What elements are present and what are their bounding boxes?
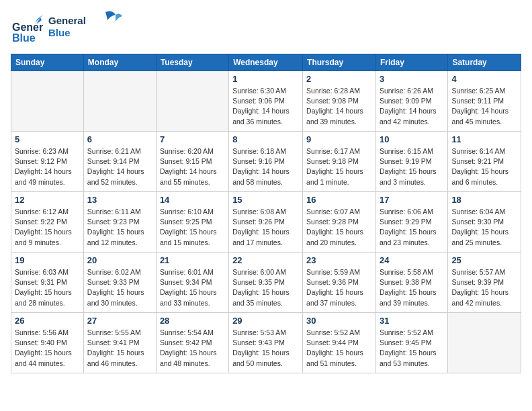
day-number: 22 <box>232 255 299 265</box>
weekday-header-sunday: Sunday <box>11 54 84 71</box>
calendar-cell: 30Sunrise: 5:52 AM Sunset: 9:44 PM Dayli… <box>303 313 376 373</box>
calendar-cell: 3Sunrise: 6:26 AM Sunset: 9:09 PM Daylig… <box>375 71 447 132</box>
calendar-cell: 25Sunrise: 5:57 AM Sunset: 9:39 PM Dayli… <box>448 253 521 313</box>
calendar-cell: 26Sunrise: 5:56 AM Sunset: 9:40 PM Dayli… <box>11 313 84 373</box>
day-number: 1 <box>232 74 299 84</box>
day-number: 3 <box>380 74 444 84</box>
day-info: Sunrise: 5:56 AM Sunset: 9:40 PM Dayligh… <box>15 328 80 369</box>
day-info: Sunrise: 6:01 AM Sunset: 9:34 PM Dayligh… <box>160 267 225 308</box>
day-number: 25 <box>451 255 517 265</box>
day-number: 10 <box>380 134 444 144</box>
day-info: Sunrise: 6:02 AM Sunset: 9:33 PM Dayligh… <box>87 267 152 308</box>
day-number: 29 <box>232 316 299 326</box>
day-info: Sunrise: 6:30 AM Sunset: 9:06 PM Dayligh… <box>232 86 299 127</box>
day-number: 14 <box>160 195 225 205</box>
day-info: Sunrise: 5:52 AM Sunset: 9:44 PM Dayligh… <box>306 328 372 369</box>
calendar-cell: 21Sunrise: 6:01 AM Sunset: 9:34 PM Dayli… <box>156 253 228 313</box>
day-number: 6 <box>87 134 152 144</box>
day-number: 17 <box>380 195 444 205</box>
day-info: Sunrise: 6:15 AM Sunset: 9:19 PM Dayligh… <box>380 146 444 187</box>
day-info: Sunrise: 6:21 AM Sunset: 9:14 PM Dayligh… <box>87 146 152 187</box>
calendar-cell: 19Sunrise: 6:03 AM Sunset: 9:31 PM Dayli… <box>11 253 84 313</box>
day-number: 24 <box>380 255 444 265</box>
day-number: 20 <box>87 255 152 265</box>
logo: General Blue General Blue <box>11 11 129 46</box>
calendar-cell: 20Sunrise: 6:02 AM Sunset: 9:33 PM Dayli… <box>83 253 156 313</box>
day-number: 26 <box>15 316 80 326</box>
day-number: 11 <box>451 134 517 144</box>
day-number: 13 <box>87 195 152 205</box>
day-info: Sunrise: 6:25 AM Sunset: 9:11 PM Dayligh… <box>451 86 517 127</box>
svg-text:General: General <box>12 21 43 33</box>
calendar-week-0: 1Sunrise: 6:30 AM Sunset: 9:06 PM Daylig… <box>11 71 521 132</box>
calendar-cell: 22Sunrise: 6:00 AM Sunset: 9:35 PM Dayli… <box>229 253 303 313</box>
day-info: Sunrise: 5:58 AM Sunset: 9:38 PM Dayligh… <box>380 267 444 308</box>
calendar-cell: 18Sunrise: 6:04 AM Sunset: 9:30 PM Dayli… <box>448 192 521 253</box>
day-number: 19 <box>15 255 80 265</box>
weekday-header-row: SundayMondayTuesdayWednesdayThursdayFrid… <box>11 54 521 71</box>
calendar-week-1: 5Sunrise: 6:23 AM Sunset: 9:12 PM Daylig… <box>11 132 521 192</box>
day-info: Sunrise: 6:14 AM Sunset: 9:21 PM Dayligh… <box>451 146 517 187</box>
calendar-cell: 11Sunrise: 6:14 AM Sunset: 9:21 PM Dayli… <box>448 132 521 192</box>
calendar-cell: 12Sunrise: 6:12 AM Sunset: 9:22 PM Dayli… <box>11 192 84 253</box>
day-number: 23 <box>306 255 372 265</box>
calendar-cell: 13Sunrise: 6:11 AM Sunset: 9:23 PM Dayli… <box>83 192 156 253</box>
calendar-cell: 4Sunrise: 6:25 AM Sunset: 9:11 PM Daylig… <box>448 71 521 132</box>
day-info: Sunrise: 6:26 AM Sunset: 9:09 PM Dayligh… <box>380 86 444 127</box>
calendar-cell: 1Sunrise: 6:30 AM Sunset: 9:06 PM Daylig… <box>229 71 303 132</box>
calendar-cell: 31Sunrise: 5:52 AM Sunset: 9:45 PM Dayli… <box>375 313 447 373</box>
day-info: Sunrise: 6:28 AM Sunset: 9:08 PM Dayligh… <box>306 86 372 127</box>
weekday-header-thursday: Thursday <box>303 54 376 71</box>
day-info: Sunrise: 6:10 AM Sunset: 9:25 PM Dayligh… <box>160 207 225 248</box>
day-number: 4 <box>451 74 517 84</box>
calendar-cell <box>11 71 84 132</box>
day-info: Sunrise: 6:08 AM Sunset: 9:26 PM Dayligh… <box>232 207 299 248</box>
weekday-header-saturday: Saturday <box>448 54 521 71</box>
day-number: 31 <box>380 316 444 326</box>
day-info: Sunrise: 5:54 AM Sunset: 9:42 PM Dayligh… <box>160 328 225 369</box>
weekday-header-wednesday: Wednesday <box>229 54 303 71</box>
weekday-header-tuesday: Tuesday <box>156 54 228 71</box>
calendar-cell <box>83 71 156 132</box>
svg-text:Blue: Blue <box>48 27 71 38</box>
calendar-cell: 15Sunrise: 6:08 AM Sunset: 9:26 PM Dayli… <box>229 192 303 253</box>
weekday-header-monday: Monday <box>83 54 156 71</box>
calendar-cell: 14Sunrise: 6:10 AM Sunset: 9:25 PM Dayli… <box>156 192 228 253</box>
day-info: Sunrise: 5:55 AM Sunset: 9:41 PM Dayligh… <box>87 328 152 369</box>
calendar-cell: 16Sunrise: 6:07 AM Sunset: 9:28 PM Dayli… <box>303 192 376 253</box>
calendar-week-4: 26Sunrise: 5:56 AM Sunset: 9:40 PM Dayli… <box>11 313 521 373</box>
calendar-table: SundayMondayTuesdayWednesdayThursdayFrid… <box>11 54 521 373</box>
day-info: Sunrise: 6:04 AM Sunset: 9:30 PM Dayligh… <box>451 207 517 248</box>
day-info: Sunrise: 6:07 AM Sunset: 9:28 PM Dayligh… <box>306 207 372 248</box>
day-number: 16 <box>306 195 372 205</box>
day-number: 7 <box>160 134 225 144</box>
day-info: Sunrise: 6:23 AM Sunset: 9:12 PM Dayligh… <box>15 146 80 187</box>
logo-icon: General Blue <box>11 12 43 44</box>
logo-text-icon: General Blue <box>48 11 129 43</box>
calendar-cell: 24Sunrise: 5:58 AM Sunset: 9:38 PM Dayli… <box>375 253 447 313</box>
day-number: 30 <box>306 316 372 326</box>
day-info: Sunrise: 5:59 AM Sunset: 9:36 PM Dayligh… <box>306 267 372 308</box>
day-number: 2 <box>306 74 372 84</box>
calendar-cell <box>448 313 521 373</box>
day-number: 15 <box>232 195 299 205</box>
day-info: Sunrise: 5:52 AM Sunset: 9:45 PM Dayligh… <box>380 328 444 369</box>
calendar-cell: 7Sunrise: 6:20 AM Sunset: 9:15 PM Daylig… <box>156 132 228 192</box>
day-number: 12 <box>15 195 80 205</box>
calendar-cell: 17Sunrise: 6:06 AM Sunset: 9:29 PM Dayli… <box>375 192 447 253</box>
calendar-cell: 27Sunrise: 5:55 AM Sunset: 9:41 PM Dayli… <box>83 313 156 373</box>
calendar-cell: 23Sunrise: 5:59 AM Sunset: 9:36 PM Dayli… <box>303 253 376 313</box>
day-number: 28 <box>160 316 225 326</box>
calendar-week-2: 12Sunrise: 6:12 AM Sunset: 9:22 PM Dayli… <box>11 192 521 253</box>
day-info: Sunrise: 6:17 AM Sunset: 9:18 PM Dayligh… <box>306 146 372 187</box>
day-info: Sunrise: 5:57 AM Sunset: 9:39 PM Dayligh… <box>451 267 517 308</box>
weekday-header-friday: Friday <box>375 54 447 71</box>
day-info: Sunrise: 6:11 AM Sunset: 9:23 PM Dayligh… <box>87 207 152 248</box>
day-number: 9 <box>306 134 372 144</box>
day-info: Sunrise: 6:06 AM Sunset: 9:29 PM Dayligh… <box>380 207 444 248</box>
page-header: General Blue General Blue <box>11 11 521 46</box>
day-info: Sunrise: 6:03 AM Sunset: 9:31 PM Dayligh… <box>15 267 80 308</box>
day-info: Sunrise: 6:00 AM Sunset: 9:35 PM Dayligh… <box>232 267 299 308</box>
calendar-cell <box>156 71 228 132</box>
calendar-cell: 2Sunrise: 6:28 AM Sunset: 9:08 PM Daylig… <box>303 71 376 132</box>
